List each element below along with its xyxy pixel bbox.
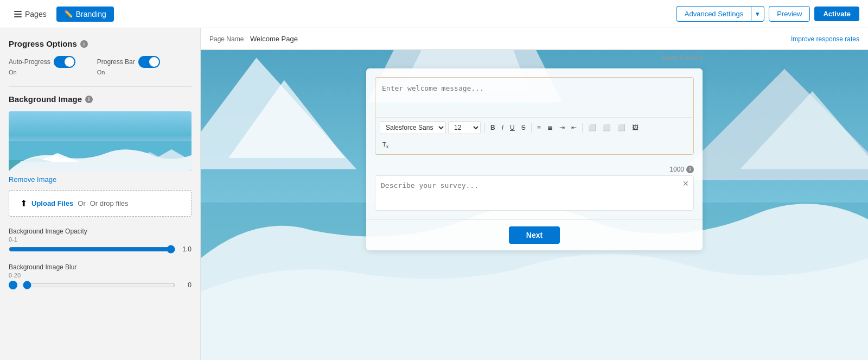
font-family-select[interactable]: Salesforce Sans Arial [380, 121, 446, 134]
progress-bar-toggle[interactable] [138, 56, 160, 68]
italic-button[interactable]: I [499, 122, 506, 133]
section-divider-1 [9, 86, 192, 87]
blur-slider[interactable] [23, 281, 175, 289]
close-describe-button[interactable]: ✕ [682, 179, 689, 188]
auto-progress-state: On [9, 69, 75, 75]
preview-pane: Page Name Welcome Page Improve response … [201, 28, 868, 360]
page-name-label: Page Name [209, 35, 244, 43]
preview-button[interactable]: Preview [769, 6, 810, 22]
opacity-value: 1.0 [181, 245, 192, 253]
opacity-range-label: 0-1 [9, 236, 192, 243]
auto-progress-toggle[interactable] [54, 56, 75, 68]
numbered-list-button[interactable]: ≣ [545, 122, 556, 133]
auto-progress-option: Auto-Progress On [9, 56, 75, 75]
pages-button[interactable]: Pages [9, 7, 52, 22]
toolbar-divider-3 [582, 123, 583, 132]
progress-options-row: Auto-Progress On Progress Bar On [9, 56, 192, 75]
center-card: Salesforce Sans Arial 12 14 16 B I [366, 68, 703, 250]
advanced-settings-button[interactable]: Advanced Settings [676, 6, 751, 22]
progress-bar-state: On [97, 69, 160, 75]
card-footer: Next [366, 219, 703, 250]
upload-area[interactable]: ⬆ Upload Files Or Or drop files [9, 190, 192, 217]
svg-marker-11 [740, 91, 868, 169]
char-count-info-icon[interactable]: i [686, 166, 694, 173]
char-count: 1000 i [366, 163, 703, 175]
insert-image-button[interactable]: 🖼 [629, 122, 641, 133]
remove-image-button[interactable]: Remove Image [9, 175, 56, 184]
upload-icon: ⬆ [20, 198, 27, 209]
toolbar-divider-2 [531, 123, 532, 132]
describe-survey-wrapper: ✕ [375, 175, 694, 211]
opacity-slider-section: Background Image Opacity 0-1 1.0 [9, 228, 192, 254]
svg-marker-10 [673, 69, 868, 180]
blur-value: 0 [181, 281, 192, 289]
background-image-thumbnail [9, 111, 192, 171]
blur-range-label: 0-20 [9, 272, 192, 279]
upload-files-button[interactable]: Upload Files [31, 199, 73, 207]
progress-bar-option: Progress Bar On [97, 56, 160, 75]
svg-marker-9 [228, 80, 345, 158]
insert-content-label: Insert Content [366, 50, 703, 66]
branding-button[interactable]: ✏️ Branding [56, 7, 114, 22]
align-center-button[interactable]: ⬜ [600, 122, 614, 133]
opacity-label: Background Image Opacity [9, 228, 192, 235]
bullet-list-button[interactable]: ≡ [534, 122, 544, 133]
font-size-select[interactable]: 12 14 16 [448, 121, 481, 134]
char-count-value: 1000 [669, 166, 684, 173]
page-name-value: Welcome Page [250, 35, 298, 43]
indent-button[interactable]: ⇥ [557, 122, 567, 133]
toolbar-divider-1 [484, 123, 485, 132]
progress-options-title: Progress Options i [9, 39, 192, 48]
background-image-info-icon[interactable]: i [85, 96, 93, 103]
improve-response-rates-link[interactable]: Improve response rates [791, 35, 859, 43]
bold-button[interactable]: B [488, 122, 498, 133]
progress-bar-label: Progress Bar [97, 58, 135, 66]
center-card-wrapper: Insert Content Salesforce Sans Arial 12 [366, 50, 703, 250]
progress-options-info-icon[interactable]: i [80, 40, 88, 48]
preview-inner: Page Name Welcome Page Improve response … [201, 28, 868, 360]
or-text: Or [78, 199, 85, 207]
describe-survey-textarea[interactable] [375, 176, 693, 209]
welcome-message-textarea[interactable] [375, 78, 693, 116]
strikethrough-button[interactable]: S [519, 122, 528, 133]
blur-slider-dot[interactable] [9, 281, 17, 289]
background-image-title: Background Image i [9, 94, 192, 104]
pages-label: Pages [25, 10, 47, 18]
welcome-message-editor: Salesforce Sans Arial 12 14 16 B I [375, 77, 694, 155]
sidebar: Progress Options i Auto-Progress On Prog… [0, 28, 201, 360]
drop-text: Or drop files [90, 199, 129, 207]
page-name-bar: Page Name Welcome Page Improve response … [201, 28, 868, 50]
advanced-settings-dropdown-button[interactable]: ▾ [751, 6, 764, 22]
align-left-button[interactable]: ⬜ [585, 122, 599, 133]
blur-label: Background Image Blur [9, 263, 192, 271]
next-button[interactable]: Next [509, 226, 560, 244]
outdent-button[interactable]: ⇤ [569, 122, 579, 133]
svg-marker-8 [201, 58, 356, 169]
top-nav: Pages ✏️ Branding Advanced Settings ▾ Pr… [0, 0, 868, 28]
nav-left: Pages ✏️ Branding [9, 7, 114, 22]
underline-button[interactable]: U [507, 122, 518, 133]
pencil-icon: ✏️ [64, 10, 73, 18]
align-right-button[interactable]: ⬜ [615, 122, 628, 133]
clear-formatting-button[interactable]: Tx [380, 140, 391, 151]
nav-right: Advanced Settings ▾ Preview Activate [676, 6, 859, 22]
opacity-slider[interactable] [9, 245, 175, 254]
blur-slider-section: Background Image Blur 0-20 0 [9, 263, 192, 289]
editor-toolbar: Salesforce Sans Arial 12 14 16 B I [375, 117, 693, 137]
main-layout: Progress Options i Auto-Progress On Prog… [0, 28, 868, 360]
auto-progress-label: Auto-Progress [9, 58, 50, 66]
mountains-svg [9, 141, 192, 171]
activate-button[interactable]: Activate [814, 7, 859, 21]
branding-label: Branding [76, 10, 106, 18]
hamburger-icon [14, 11, 22, 17]
